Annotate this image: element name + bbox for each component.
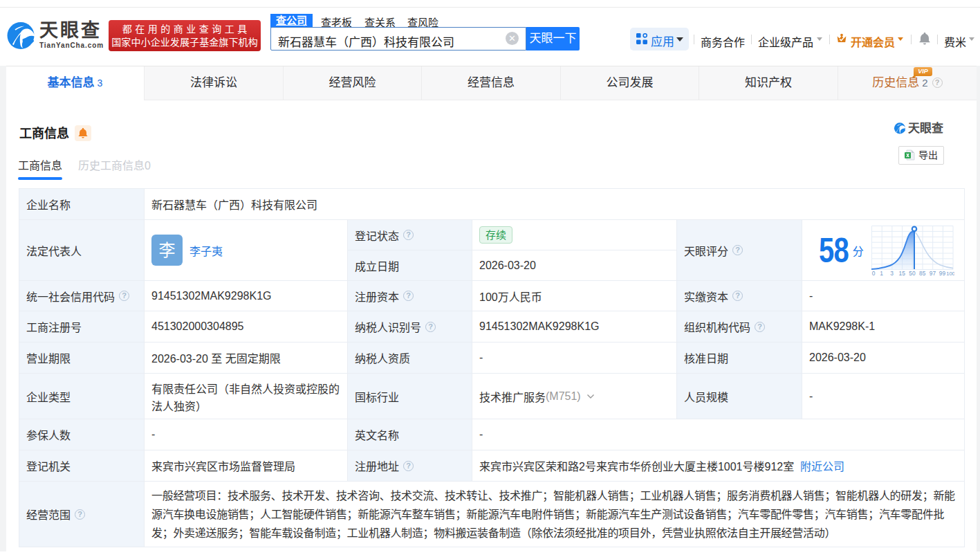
svg-text:天眼查: 天眼查 [908, 121, 944, 135]
svg-text:3: 3 [890, 270, 894, 277]
svg-text:99: 99 [939, 270, 946, 277]
svg-text:0: 0 [872, 270, 876, 277]
svg-text:15: 15 [899, 270, 906, 277]
svg-text:97: 97 [930, 270, 936, 277]
svg-text:1: 1 [880, 270, 883, 277]
svg-text:100: 100 [946, 271, 954, 277]
svg-text:85: 85 [919, 270, 926, 277]
svg-text:50: 50 [909, 270, 916, 277]
